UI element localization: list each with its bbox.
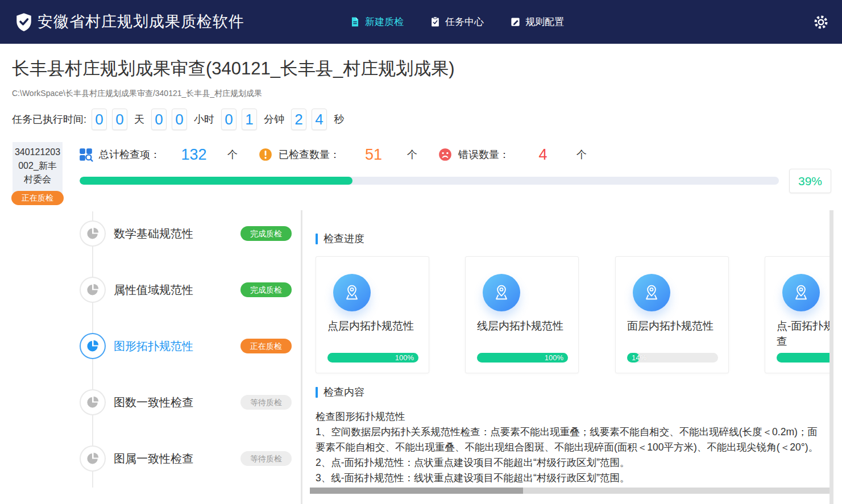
check-item-label: 数学基础规范性: [114, 226, 193, 241]
content-line: 检查图形拓扑规范性: [316, 409, 825, 424]
progress-card-point-polygon: 点-面拓扑规范性检查 100%: [765, 256, 829, 373]
detail-panel: 检查进度 点层内拓扑规范性 100% 线层内拓扑规范性 1: [307, 210, 829, 504]
card-progress-fill: [777, 353, 829, 363]
timer-digit: 0: [221, 109, 237, 130]
pie-chart-icon: [80, 220, 106, 247]
timer-digit: 2: [291, 109, 306, 130]
pie-chart-icon: [80, 445, 106, 472]
task-status-badge: 正在质检: [11, 191, 64, 205]
nav-item-new-task[interactable]: 新建质检: [350, 15, 404, 28]
check-item-label: 图数一致性检查: [114, 395, 193, 410]
check-status-badge: 等待质检: [240, 395, 292, 410]
pie-chart-icon: [80, 333, 106, 359]
check-content-text: 检查图形拓扑规范性 1、空间数据层内拓扑关系规范性检查：点要素不能出现重叠；线要…: [316, 409, 825, 486]
map-pin-icon: [633, 274, 670, 311]
timer-unit: 秒: [334, 113, 344, 126]
sad-face-icon: [438, 147, 453, 162]
content-line: 1、空间数据层内拓扑关系规范性检查：点要素不能出现重叠；线要素不能自相交、不能出…: [316, 424, 825, 455]
check-item-label: 图属一致性检查: [114, 451, 193, 466]
map-pin-icon: [483, 274, 520, 311]
check-status-badge: 正在质检: [240, 339, 292, 353]
stats-row: 总计检查项： 132 个 已检查数量： 51 个 错误数量： 4 个: [78, 144, 607, 165]
stat-label: 错误数量：: [458, 148, 509, 161]
pen-square-icon: [510, 16, 521, 27]
progress-card-line-layer: 线层内拓扑规范性 100%: [465, 256, 579, 373]
task-timer: 任务已执行时间: 0 0 天 0 0 小时 0 1 分钟 2 4 秒: [12, 108, 346, 131]
check-status-badge: 完成质检: [240, 226, 292, 241]
column-divider: [301, 210, 302, 504]
clipboard-check-icon: [430, 16, 441, 27]
card-label: 点层内拓扑规范性: [327, 318, 421, 334]
document-icon: [350, 16, 360, 27]
section-title: 检查进度: [323, 232, 364, 245]
progress-card-point-layer: 点层内拓扑规范性 100%: [316, 256, 429, 373]
pie-chart-icon: [80, 389, 106, 415]
timer-digit: 0: [151, 109, 167, 130]
grid-search-icon: [78, 147, 93, 162]
card-progress-label: 14%: [632, 353, 646, 363]
timer-unit: 小时: [194, 113, 214, 126]
app-title: 安徽省村庄规划成果质检软件: [38, 11, 244, 32]
section-title: 检查内容: [323, 385, 364, 399]
timer-digit: 0: [172, 109, 187, 130]
check-item-label: 图形拓扑规范性: [114, 339, 193, 354]
map-pin-icon: [782, 274, 820, 311]
nav-item-label: 任务中心: [445, 15, 484, 28]
card-progress-bar: 100%: [327, 353, 418, 363]
nav-item-label: 规则配置: [525, 15, 564, 28]
map-pin-icon: [333, 274, 371, 311]
progress-section-header: 检查进度: [316, 232, 364, 245]
card-label: 面层内拓扑规范性: [627, 318, 720, 334]
stat-value-errors: 4: [509, 146, 576, 164]
workspace-path: C:\WorkSpace\长丰县村庄规划成果审查/340121_长丰县_村庄规划…: [12, 89, 262, 99]
navbar: 安徽省村庄规划成果质检软件 新建质检 任务中心: [0, 0, 842, 44]
overall-progress-bar: [80, 177, 779, 185]
overall-percent-box: 39%: [789, 169, 831, 193]
nav-item-rule-config[interactable]: 规则配置: [510, 15, 564, 28]
check-item-graphic-topology[interactable]: 图形拓扑规范性 正在质检: [80, 333, 292, 359]
check-item-attribute-domain[interactable]: 属性值域规范性 完成质检: [80, 277, 292, 303]
card-progress-label: 100%: [395, 353, 414, 363]
stat-unit: 个: [576, 148, 599, 161]
horizontal-scrollbar-thumb[interactable]: [310, 488, 523, 494]
timer-digit: 1: [242, 109, 257, 130]
page-title: 长丰县村庄规划成果审查(340121_长丰县_村庄规划成果): [12, 57, 455, 81]
card-progress-bar: 14%: [627, 353, 718, 363]
check-item-graph-number-consistency[interactable]: 图数一致性检查 等待质检: [80, 389, 292, 415]
shield-logo-icon: [14, 12, 34, 32]
check-item-graph-attribute-consistency[interactable]: 图属一致性检查 等待质检: [80, 445, 292, 472]
vertical-scrollbar[interactable]: [829, 210, 833, 504]
timer-unit: 分钟: [264, 113, 284, 126]
warning-circle-icon: [258, 147, 273, 162]
settings-gear-icon[interactable]: [812, 14, 829, 31]
check-status-badge: 完成质检: [240, 282, 292, 297]
progress-card-polygon-layer: 面层内拓扑规范性 14%: [615, 256, 729, 373]
stat-label: 已检查数量：: [279, 148, 340, 161]
timer-digit: 0: [92, 109, 107, 130]
timer-label: 任务已执行时间:: [12, 113, 86, 126]
stat-value-checked: 51: [340, 146, 407, 164]
nav-item-task-center[interactable]: 任务中心: [430, 15, 484, 28]
timer-digit: 4: [312, 109, 327, 130]
check-status-badge: 等待质检: [240, 451, 292, 466]
timer-unit: 天: [134, 113, 144, 126]
nav-item-label: 新建质检: [365, 15, 404, 28]
content-section-header: 检查内容: [316, 385, 364, 399]
stat-unit: 个: [407, 148, 430, 161]
card-label: 线层内拓扑规范性: [477, 318, 570, 334]
overall-progress-fill: [80, 177, 352, 185]
card-progress-bar: 100%: [477, 353, 568, 363]
content-line: 3、线-面拓扑规范性：线状重点建设项目不能超出“村级行政区划”范围。: [316, 470, 825, 486]
timer-digit: 0: [112, 109, 127, 130]
content-line: 2、点-面拓扑规范性：点状重点建设项目不能超出“村级行政区划”范围。: [316, 455, 825, 470]
stat-label: 总计检查项：: [99, 148, 160, 161]
horizontal-scrollbar[interactable]: [310, 488, 829, 494]
section-accent-bar: [316, 234, 318, 244]
card-progress-bar: 100%: [777, 353, 829, 363]
stat-unit: 个: [227, 148, 250, 161]
section-accent-bar: [316, 387, 318, 398]
pie-chart-icon: [80, 277, 106, 303]
check-item-math-basis[interactable]: 数学基础规范性 完成质检: [80, 220, 292, 247]
check-item-label: 属性值域规范性: [114, 282, 193, 298]
stat-value-total: 132: [160, 146, 227, 164]
